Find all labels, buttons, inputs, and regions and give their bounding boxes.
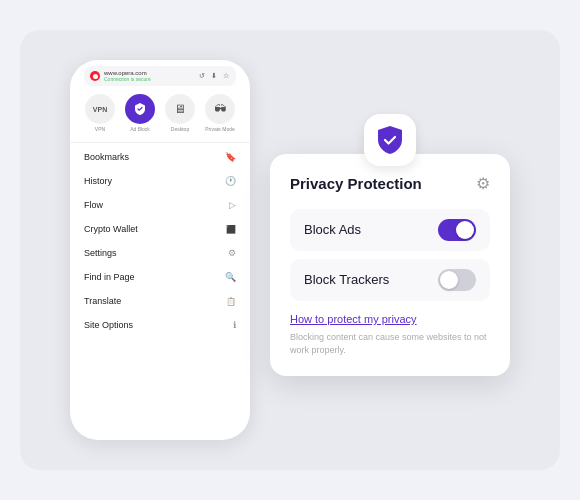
address-bar[interactable]: www.opera.com Connection is secure ↺ ⬇ ☆ <box>84 66 236 86</box>
quick-action-desktop[interactable]: 🖥 Desktop <box>165 94 195 132</box>
block-ads-label: Block Ads <box>304 222 361 237</box>
reload-icon[interactable]: ↺ <box>198 72 206 80</box>
shield-badge <box>364 114 416 166</box>
download-icon[interactable]: ⬇ <box>210 72 218 80</box>
card-title: Privacy Protection <box>290 175 422 192</box>
menu-item-find[interactable]: Find in Page 🔍 <box>70 265 250 289</box>
privacy-note: Blocking content can cause some websites… <box>290 331 490 356</box>
address-text: www.opera.com Connection is secure <box>104 70 194 82</box>
vpn-label: VPN <box>95 126 105 132</box>
block-ads-row: Block Ads <box>290 209 490 251</box>
block-ads-toggle[interactable] <box>438 219 476 241</box>
menu-item-translate[interactable]: Translate 📋 <box>70 289 250 313</box>
block-trackers-row: Block Trackers <box>290 259 490 301</box>
phone-mockup: www.opera.com Connection is secure ↺ ⬇ ☆… <box>70 60 250 440</box>
gear-icon[interactable]: ⚙ <box>476 174 490 193</box>
shield-icon <box>374 124 406 156</box>
toggle-knob-ads <box>456 221 474 239</box>
bookmark-icon[interactable]: ☆ <box>222 72 230 80</box>
private-label: Private Mode <box>205 126 234 132</box>
quick-actions-bar: VPN VPN Ad Block 🖥 Desktop <box>70 88 250 138</box>
block-trackers-label: Block Trackers <box>304 272 389 287</box>
desktop-label: Desktop <box>171 126 189 132</box>
vpn-circle: VPN <box>85 94 115 124</box>
opera-logo <box>90 71 100 81</box>
address-secure: Connection is secure <box>104 76 194 82</box>
menu-divider-top <box>70 142 250 143</box>
menu-item-site-options[interactable]: Site Options ℹ <box>70 313 250 337</box>
privacy-link[interactable]: How to protect my privacy <box>290 313 490 325</box>
menu-list: Bookmarks 🔖 History 🕐 Flow ▷ Crypto Wall… <box>70 145 250 337</box>
menu-item-settings[interactable]: Settings ⚙ <box>70 241 250 265</box>
menu-item-bookmarks[interactable]: Bookmarks 🔖 <box>70 145 250 169</box>
adblock-label: Ad Block <box>130 126 150 132</box>
card-header: Privacy Protection ⚙ <box>290 174 490 193</box>
desktop-circle: 🖥 <box>165 94 195 124</box>
status-bar: www.opera.com Connection is secure ↺ ⬇ ☆ <box>70 70 250 82</box>
quick-action-vpn[interactable]: VPN VPN <box>85 94 115 132</box>
adblock-circle <box>125 94 155 124</box>
scene: www.opera.com Connection is secure ↺ ⬇ ☆… <box>20 30 560 470</box>
menu-item-history[interactable]: History 🕐 <box>70 169 250 193</box>
privacy-card: Privacy Protection ⚙ Block Ads Block Tra… <box>270 154 510 376</box>
menu-item-crypto[interactable]: Crypto Wallet ⬛ <box>70 217 250 241</box>
private-circle: 🕶 <box>205 94 235 124</box>
quick-action-private[interactable]: 🕶 Private Mode <box>205 94 235 132</box>
quick-action-adblock[interactable]: Ad Block <box>125 94 155 132</box>
menu-item-flow[interactable]: Flow ▷ <box>70 193 250 217</box>
block-trackers-toggle[interactable] <box>438 269 476 291</box>
address-actions: ↺ ⬇ ☆ <box>198 72 230 80</box>
toggle-knob-trackers <box>440 271 458 289</box>
